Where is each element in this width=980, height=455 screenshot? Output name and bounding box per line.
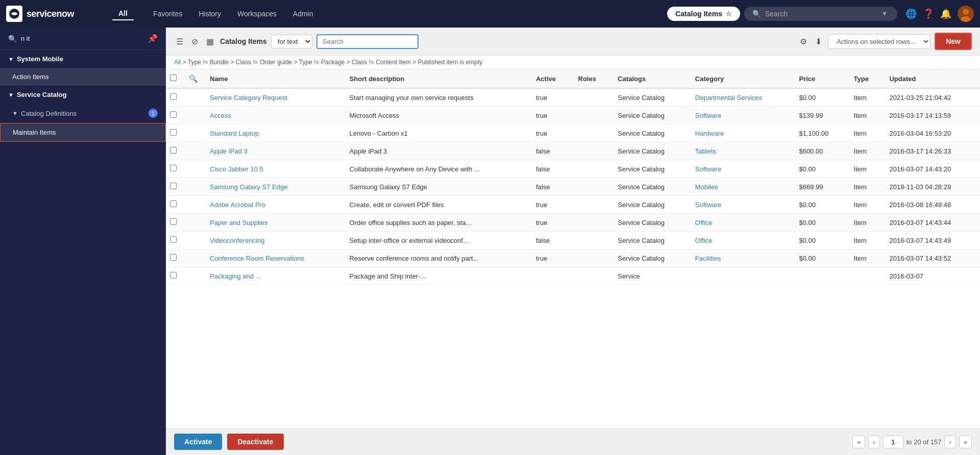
- settings-icon[interactable]: ⚙: [798, 35, 809, 48]
- row-category[interactable]: Departmental Services: [689, 88, 793, 107]
- search-dropdown-icon[interactable]: ▼: [881, 10, 888, 17]
- row-checkbox[interactable]: [170, 147, 177, 154]
- row-name[interactable]: Packaging and ...: [204, 267, 344, 285]
- row-category[interactable]: Mobiles: [689, 178, 793, 196]
- sidebar-item-maintain-items[interactable]: Maintain Items: [0, 123, 166, 142]
- chevron-down-icon: ▼: [12, 110, 18, 116]
- select-all-checkbox[interactable]: [170, 74, 177, 81]
- deactivate-button[interactable]: Deactivate: [227, 434, 283, 450]
- row-category[interactable]: Tablets: [689, 142, 793, 160]
- page-info: to 20 of 157: [906, 438, 942, 446]
- row-name[interactable]: Paper and Supplies: [204, 214, 344, 232]
- sidebar: 🔍 📌 ▼ System Mobile Action Items ▼ Servi…: [0, 28, 166, 455]
- row-roles: [572, 142, 612, 160]
- menu-icon[interactable]: ☰: [174, 35, 185, 48]
- download-icon[interactable]: ⬇: [813, 35, 824, 48]
- first-page-button[interactable]: «: [852, 436, 865, 448]
- prev-page-button[interactable]: ‹: [868, 436, 879, 448]
- row-updated: 2018-11-03 04:28:29: [883, 178, 980, 196]
- row-active: true: [530, 249, 572, 267]
- row-category[interactable]: [689, 267, 793, 285]
- row-catalogs: Service Catalog: [611, 160, 689, 178]
- row-active: true: [530, 214, 572, 232]
- row-category[interactable]: Office: [689, 214, 793, 232]
- nav-favorites[interactable]: Favorites: [146, 7, 190, 21]
- servicenow-logo[interactable]: [6, 6, 22, 22]
- last-page-button[interactable]: »: [959, 436, 972, 448]
- nav-workspaces[interactable]: Workspaces: [230, 7, 284, 21]
- col-roles[interactable]: Roles: [572, 69, 612, 88]
- row-checkbox[interactable]: [170, 93, 177, 100]
- row-name[interactable]: Cisco Jabber 10.5: [204, 160, 344, 178]
- row-checkbox[interactable]: [170, 272, 177, 279]
- notification-icon[interactable]: 🔔: [940, 8, 951, 19]
- activate-button[interactable]: Activate: [174, 434, 222, 450]
- row-name[interactable]: Standard Laptop: [204, 124, 344, 142]
- row-checkbox[interactable]: [170, 254, 177, 261]
- next-page-button[interactable]: ›: [944, 436, 955, 448]
- row-name[interactable]: Apple iPad 3: [204, 142, 344, 160]
- row-checkbox[interactable]: [170, 236, 177, 243]
- view-icon[interactable]: ▦: [204, 35, 216, 48]
- row-name[interactable]: Adobe Acrobat Pro: [204, 196, 344, 214]
- search-icon[interactable]: 🔍: [189, 74, 198, 83]
- list-search-input[interactable]: [316, 34, 419, 49]
- nav-history[interactable]: History: [191, 7, 228, 21]
- row-category[interactable]: Software: [689, 160, 793, 178]
- row-category[interactable]: Facilities: [689, 249, 793, 267]
- user-avatar[interactable]: [958, 6, 974, 22]
- row-name[interactable]: Samsung Galaxy S7 Edge: [204, 178, 344, 196]
- pin-icon[interactable]: 📌: [148, 34, 158, 43]
- row-checkbox[interactable]: [170, 129, 177, 136]
- row-name[interactable]: Videoconferencing: [204, 232, 344, 249]
- filter-icon[interactable]: ⊘: [189, 35, 200, 48]
- col-name[interactable]: Name: [204, 69, 344, 88]
- row-checkbox-cell: [166, 249, 183, 267]
- row-checkbox[interactable]: [170, 165, 177, 171]
- row-category[interactable]: Software: [689, 196, 793, 214]
- row-category[interactable]: Software: [689, 107, 793, 124]
- filter-type-select[interactable]: for text for field: [271, 35, 312, 48]
- page-number-input[interactable]: [883, 436, 903, 448]
- row-name[interactable]: Service Category Request: [204, 88, 344, 107]
- col-active[interactable]: Active: [530, 69, 572, 88]
- row-category[interactable]: Hardware: [689, 124, 793, 142]
- row-price: $0.00: [793, 232, 847, 249]
- row-price: $1,100.00: [793, 124, 847, 142]
- row-name[interactable]: Conference Room Reservations: [204, 249, 344, 267]
- global-search-input[interactable]: [765, 10, 877, 18]
- global-search-bar[interactable]: 🔍 ▼: [744, 7, 897, 21]
- row-checkbox-cell: [166, 107, 183, 124]
- col-price[interactable]: Price: [793, 69, 847, 88]
- row-short-desc: Microsoft Access: [344, 107, 530, 124]
- sidebar-item-action-items[interactable]: Action Items: [0, 68, 166, 86]
- row-checkbox[interactable]: [170, 183, 177, 189]
- sidebar-subgroup-label: Catalog Definitions: [21, 110, 77, 117]
- actions-select[interactable]: Actions on selected rows...: [828, 34, 930, 49]
- row-checkbox[interactable]: [170, 200, 177, 207]
- row-checkbox[interactable]: [170, 111, 177, 118]
- sidebar-group-system-mobile[interactable]: ▼ System Mobile: [0, 50, 166, 68]
- row-active: true: [530, 107, 572, 124]
- breadcrumb-all[interactable]: All: [174, 59, 181, 66]
- nav-admin[interactable]: Admin: [286, 7, 321, 21]
- globe-icon[interactable]: 🌐: [905, 8, 917, 19]
- all-button[interactable]: All: [112, 7, 134, 20]
- row-checkbox[interactable]: [170, 218, 177, 225]
- row-category[interactable]: Office: [689, 232, 793, 249]
- new-button[interactable]: New: [935, 33, 972, 50]
- table-row: Conference Room Reservations Reserve con…: [166, 249, 980, 267]
- row-price: $0.00: [793, 88, 847, 107]
- col-short-desc[interactable]: Short description: [344, 69, 530, 88]
- col-updated[interactable]: Updated: [883, 69, 980, 88]
- col-type[interactable]: Type: [848, 69, 884, 88]
- catalog-items-button[interactable]: Catalog Items ☆: [667, 7, 740, 21]
- row-index: [183, 142, 204, 160]
- row-name[interactable]: Access: [204, 107, 344, 124]
- sidebar-subgroup-catalog-definitions[interactable]: ▼ Catalog Definitions 1: [0, 104, 166, 123]
- col-catalogs[interactable]: Catalogs: [611, 69, 689, 88]
- help-icon[interactable]: ❓: [923, 8, 934, 19]
- sidebar-group-service-catalog[interactable]: ▼ Service Catalog: [0, 86, 166, 104]
- col-category[interactable]: Category: [689, 69, 793, 88]
- sidebar-search-input[interactable]: [21, 35, 143, 42]
